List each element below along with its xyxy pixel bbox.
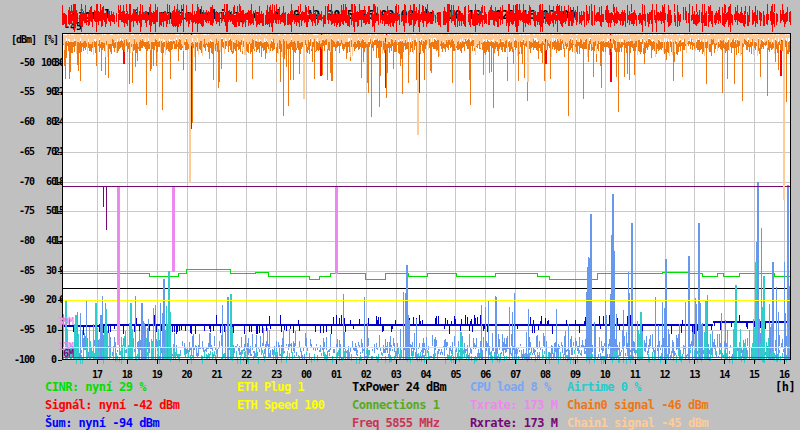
x-tick-label: 06 bbox=[474, 369, 496, 380]
legend-item: Signál: nyní -42 dBm bbox=[45, 399, 180, 411]
x-tick-label: 05 bbox=[444, 369, 466, 380]
x-tick-label: 12 bbox=[654, 369, 676, 380]
legend-item: Connections 1 bbox=[352, 399, 439, 411]
x-tick-label: 02 bbox=[355, 369, 377, 380]
y-tick-label: -90 bbox=[0, 295, 34, 305]
x-tick-label: 19 bbox=[146, 369, 168, 380]
signal-graph-page: Signál a šum radia bobina_ac od: 9.12.20… bbox=[0, 0, 800, 430]
y-tick-label: -85 bbox=[0, 266, 34, 276]
y-tick-label: -55 bbox=[0, 87, 34, 97]
y-tick-label: -70 bbox=[0, 177, 34, 187]
x-tick-label: 23 bbox=[265, 369, 287, 380]
x-tick-label: 14 bbox=[713, 369, 735, 380]
y-tick-label: -100 bbox=[0, 355, 34, 365]
x-tick-label: 07 bbox=[504, 369, 526, 380]
legend-item: Šum: nyní -94 dBm bbox=[45, 417, 159, 429]
legend-item: ETH Plug 1 bbox=[237, 381, 304, 393]
x-tick-label: 11 bbox=[624, 369, 646, 380]
y-axis-unit-dbm: [dBm] bbox=[2, 34, 36, 45]
y-tick-label: -65 bbox=[0, 147, 34, 157]
x-tick-label: 20 bbox=[176, 369, 198, 380]
x-tick-label: 22 bbox=[235, 369, 257, 380]
signal-overflow-canvas bbox=[62, 2, 791, 33]
x-tick-label: 21 bbox=[205, 369, 227, 380]
x-tick-label: 10 bbox=[594, 369, 616, 380]
y-tick-label: -95 bbox=[0, 325, 34, 335]
legend-item: CINR: nyní 29 % bbox=[45, 381, 146, 393]
x-tick-label: 01 bbox=[325, 369, 347, 380]
legend-item: TxPower 24 dBm bbox=[352, 381, 446, 393]
x-tick-label: 13 bbox=[683, 369, 705, 380]
x-tick-label: 16 bbox=[773, 369, 795, 380]
y-tick-label: -50 bbox=[0, 58, 34, 68]
y-tick-label: -80 bbox=[0, 236, 34, 246]
x-tick-label: 04 bbox=[415, 369, 437, 380]
y-axis-unit-pct: [%] bbox=[36, 34, 58, 45]
rate-mark-label: 39M bbox=[49, 317, 73, 327]
x-tick-label: 00 bbox=[295, 369, 317, 380]
x-tick-label: 17 bbox=[86, 369, 108, 380]
legend-item: ETH Speed 100 bbox=[237, 399, 324, 411]
legend-item: Airtime 0 % bbox=[567, 381, 641, 393]
legend-item: Freq 5855 MHz bbox=[352, 417, 439, 429]
legend-item: Txrate: 173 M bbox=[470, 399, 557, 411]
x-tick-label: 03 bbox=[385, 369, 407, 380]
y-tick-label: -60 bbox=[0, 117, 34, 127]
legend-item: Chain0 signal -46 dBm bbox=[567, 399, 708, 411]
x-tick-label: 15 bbox=[743, 369, 765, 380]
legend-item: Rxrate: 173 M bbox=[470, 417, 557, 429]
rate-mark-label: 6M bbox=[49, 349, 73, 359]
x-tick-label: 09 bbox=[564, 369, 586, 380]
y-tick-label: -75 bbox=[0, 206, 34, 216]
legend-item: CPU load 8 % bbox=[470, 381, 551, 393]
chart-canvas bbox=[58, 33, 791, 364]
legend-item: [h] bbox=[775, 381, 795, 393]
x-tick-label: 08 bbox=[534, 369, 556, 380]
legend-item: Chain1 signal -45 dBm bbox=[567, 417, 708, 429]
x-tick-label: 18 bbox=[116, 369, 138, 380]
